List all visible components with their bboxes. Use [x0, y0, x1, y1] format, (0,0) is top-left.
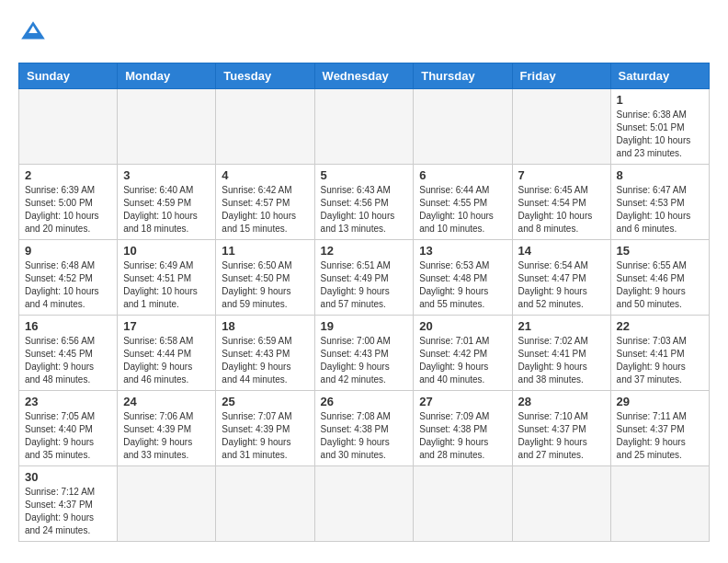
- day-info: Sunrise: 6:40 AM Sunset: 4:59 PM Dayligh…: [123, 184, 210, 236]
- week-row: 30Sunrise: 7:12 AM Sunset: 4:37 PM Dayli…: [19, 466, 710, 542]
- day-number: 30: [25, 470, 111, 484]
- day-number: 17: [123, 319, 210, 333]
- day-info: Sunrise: 7:03 AM Sunset: 4:41 PM Dayligh…: [617, 335, 703, 386]
- day-info: Sunrise: 6:39 AM Sunset: 5:00 PM Dayligh…: [25, 184, 111, 236]
- day-info: Sunrise: 6:55 AM Sunset: 4:46 PM Dayligh…: [617, 259, 703, 311]
- calendar-cell: 20Sunrise: 7:01 AM Sunset: 4:42 PM Dayli…: [414, 316, 512, 391]
- calendar-cell: 26Sunrise: 7:08 AM Sunset: 4:38 PM Dayli…: [314, 391, 414, 466]
- calendar-cell: 13Sunrise: 6:53 AM Sunset: 4:48 PM Dayli…: [414, 240, 512, 316]
- day-number: 6: [419, 168, 506, 182]
- calendar-cell: [512, 89, 610, 165]
- calendar-cell: 28Sunrise: 7:10 AM Sunset: 4:37 PM Dayli…: [512, 391, 610, 466]
- day-number: 5: [321, 168, 408, 182]
- day-number: 25: [222, 395, 308, 408]
- day-info: Sunrise: 6:50 AM Sunset: 4:50 PM Dayligh…: [222, 259, 308, 311]
- calendar-cell: 5Sunrise: 6:43 AM Sunset: 4:56 PM Daylig…: [314, 165, 414, 240]
- calendar-cell: 12Sunrise: 6:51 AM Sunset: 4:49 PM Dayli…: [314, 240, 414, 316]
- day-info: Sunrise: 6:58 AM Sunset: 4:44 PM Dayligh…: [123, 335, 210, 386]
- day-info: Sunrise: 6:51 AM Sunset: 4:49 PM Dayligh…: [321, 259, 408, 311]
- header-row: SundayMondayTuesdayWednesdayThursdayFrid…: [19, 63, 710, 89]
- day-number: 8: [617, 168, 703, 182]
- page-header: [18, 18, 710, 48]
- calendar-cell: 4Sunrise: 6:42 AM Sunset: 4:57 PM Daylig…: [216, 165, 314, 240]
- calendar-cell: [19, 89, 118, 165]
- calendar-cell: [118, 89, 216, 165]
- day-header-monday: Monday: [118, 63, 216, 89]
- day-info: Sunrise: 7:06 AM Sunset: 4:39 PM Dayligh…: [123, 410, 210, 462]
- day-info: Sunrise: 6:49 AM Sunset: 4:51 PM Dayligh…: [123, 259, 210, 311]
- day-number: 13: [419, 244, 506, 258]
- day-info: Sunrise: 6:53 AM Sunset: 4:48 PM Dayligh…: [419, 259, 506, 311]
- calendar-cell: 7Sunrise: 6:45 AM Sunset: 4:54 PM Daylig…: [512, 165, 610, 240]
- calendar-cell: 8Sunrise: 6:47 AM Sunset: 4:53 PM Daylig…: [610, 165, 709, 240]
- day-header-tuesday: Tuesday: [216, 63, 314, 89]
- day-info: Sunrise: 7:07 AM Sunset: 4:39 PM Dayligh…: [222, 410, 308, 462]
- calendar-cell: 10Sunrise: 6:49 AM Sunset: 4:51 PM Dayli…: [118, 240, 216, 316]
- calendar-cell: 17Sunrise: 6:58 AM Sunset: 4:44 PM Dayli…: [118, 316, 216, 391]
- day-number: 20: [419, 319, 506, 333]
- day-info: Sunrise: 7:09 AM Sunset: 4:38 PM Dayligh…: [419, 410, 506, 462]
- calendar-cell: 23Sunrise: 7:05 AM Sunset: 4:40 PM Dayli…: [19, 391, 118, 466]
- calendar-cell: [610, 466, 709, 542]
- calendar-cell: 29Sunrise: 7:11 AM Sunset: 4:37 PM Dayli…: [610, 391, 709, 466]
- week-row: 23Sunrise: 7:05 AM Sunset: 4:40 PM Dayli…: [19, 391, 710, 466]
- day-number: 11: [222, 244, 308, 258]
- day-number: 15: [617, 244, 703, 258]
- calendar-cell: [216, 89, 314, 165]
- calendar-cell: [314, 466, 414, 542]
- day-info: Sunrise: 6:47 AM Sunset: 4:53 PM Dayligh…: [617, 184, 703, 236]
- day-info: Sunrise: 6:38 AM Sunset: 5:01 PM Dayligh…: [617, 109, 703, 160]
- calendar-cell: 6Sunrise: 6:44 AM Sunset: 4:55 PM Daylig…: [414, 165, 512, 240]
- day-info: Sunrise: 7:01 AM Sunset: 4:42 PM Dayligh…: [419, 335, 506, 386]
- calendar-cell: [118, 466, 216, 542]
- calendar-cell: 21Sunrise: 7:02 AM Sunset: 4:41 PM Dayli…: [512, 316, 610, 391]
- day-number: 19: [321, 319, 408, 333]
- day-info: Sunrise: 6:43 AM Sunset: 4:56 PM Dayligh…: [321, 184, 408, 236]
- calendar-cell: 1Sunrise: 6:38 AM Sunset: 5:01 PM Daylig…: [610, 89, 709, 165]
- day-header-sunday: Sunday: [19, 63, 118, 89]
- day-number: 1: [617, 93, 703, 107]
- calendar-table: SundayMondayTuesdayWednesdayThursdayFrid…: [18, 63, 710, 542]
- day-info: Sunrise: 7:11 AM Sunset: 4:37 PM Dayligh…: [617, 410, 703, 462]
- day-info: Sunrise: 6:44 AM Sunset: 4:55 PM Dayligh…: [419, 184, 506, 236]
- calendar-cell: [314, 89, 414, 165]
- day-info: Sunrise: 6:59 AM Sunset: 4:43 PM Dayligh…: [222, 335, 308, 386]
- day-info: Sunrise: 7:02 AM Sunset: 4:41 PM Dayligh…: [518, 335, 605, 386]
- day-number: 28: [518, 395, 605, 408]
- day-info: Sunrise: 6:56 AM Sunset: 4:45 PM Dayligh…: [25, 335, 111, 386]
- day-info: Sunrise: 7:08 AM Sunset: 4:38 PM Dayligh…: [321, 410, 408, 462]
- day-number: 23: [25, 395, 111, 408]
- calendar-cell: 30Sunrise: 7:12 AM Sunset: 4:37 PM Dayli…: [19, 466, 118, 542]
- day-info: Sunrise: 7:10 AM Sunset: 4:37 PM Dayligh…: [518, 410, 605, 462]
- day-number: 7: [518, 168, 605, 182]
- day-info: Sunrise: 6:54 AM Sunset: 4:47 PM Dayligh…: [518, 259, 605, 311]
- calendar-cell: 15Sunrise: 6:55 AM Sunset: 4:46 PM Dayli…: [610, 240, 709, 316]
- calendar-cell: [414, 89, 512, 165]
- calendar-cell: [216, 466, 314, 542]
- day-number: 2: [25, 168, 111, 182]
- day-info: Sunrise: 6:45 AM Sunset: 4:54 PM Dayligh…: [518, 184, 605, 236]
- calendar-cell: 11Sunrise: 6:50 AM Sunset: 4:50 PM Dayli…: [216, 240, 314, 316]
- day-header-thursday: Thursday: [414, 63, 512, 89]
- calendar-cell: 25Sunrise: 7:07 AM Sunset: 4:39 PM Dayli…: [216, 391, 314, 466]
- day-number: 29: [617, 395, 703, 408]
- calendar-cell: 16Sunrise: 6:56 AM Sunset: 4:45 PM Dayli…: [19, 316, 118, 391]
- day-number: 24: [123, 395, 210, 408]
- day-number: 4: [222, 168, 308, 182]
- day-number: 16: [25, 319, 111, 333]
- day-number: 9: [25, 244, 111, 258]
- day-number: 10: [123, 244, 210, 258]
- day-number: 18: [222, 319, 308, 333]
- day-number: 22: [617, 319, 703, 333]
- day-number: 26: [321, 395, 408, 408]
- day-info: Sunrise: 7:00 AM Sunset: 4:43 PM Dayligh…: [321, 335, 408, 386]
- day-header-wednesday: Wednesday: [314, 63, 414, 89]
- day-info: Sunrise: 6:48 AM Sunset: 4:52 PM Dayligh…: [25, 259, 111, 311]
- logo-icon: [18, 18, 48, 48]
- calendar-cell: 9Sunrise: 6:48 AM Sunset: 4:52 PM Daylig…: [19, 240, 118, 316]
- calendar-cell: 24Sunrise: 7:06 AM Sunset: 4:39 PM Dayli…: [118, 391, 216, 466]
- day-header-saturday: Saturday: [610, 63, 709, 89]
- calendar-cell: 22Sunrise: 7:03 AM Sunset: 4:41 PM Dayli…: [610, 316, 709, 391]
- calendar-cell: 18Sunrise: 6:59 AM Sunset: 4:43 PM Dayli…: [216, 316, 314, 391]
- calendar-cell: 3Sunrise: 6:40 AM Sunset: 4:59 PM Daylig…: [118, 165, 216, 240]
